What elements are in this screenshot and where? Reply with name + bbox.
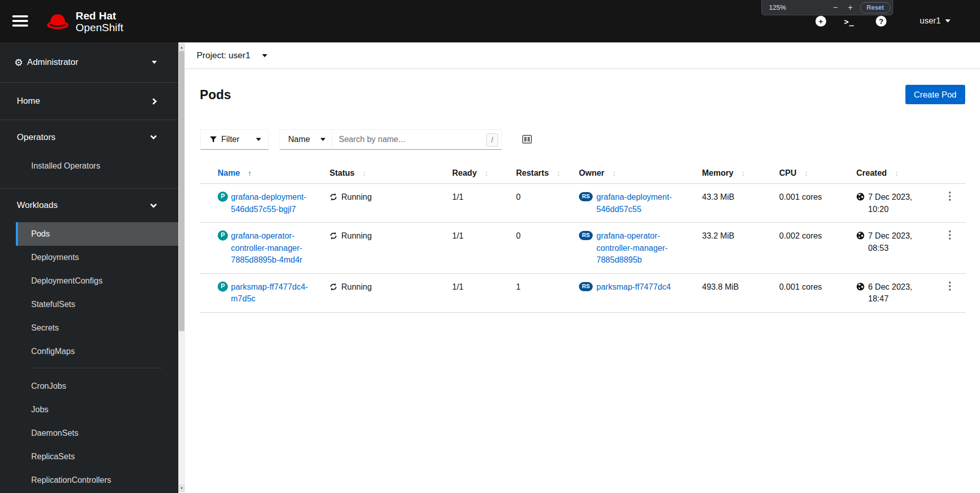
search-input[interactable] [332,130,501,149]
name-cell: P grafana-operator- controller-manager- … [200,223,323,274]
sort-icon[interactable]: ↕ [484,169,488,177]
user-menu[interactable]: user1 [920,16,950,26]
created-cell: 7 Dec 2023, 08:53 [850,223,939,274]
sort-icon[interactable]: ↕ [895,169,899,177]
memory-cell: 33.2 MiB [696,223,773,274]
quick-create-plus-circle-icon[interactable]: + [815,16,826,27]
chevron-right-icon [150,98,157,105]
sort-icon[interactable]: ↕ [362,169,366,177]
owner-link[interactable]: grafana-deployment- 546dd57c55 [596,191,672,215]
pod-link[interactable]: grafana-deployment- 546dd57c55-bgjl7 [231,191,307,215]
actions-cell [939,223,966,274]
column-header-owner[interactable]: Owner ↕ [573,163,696,184]
scrollbar-up-arrow[interactable]: ▲ [178,43,185,51]
pod-link[interactable]: parksmap-ff7477dc4- m7d5c [231,281,308,305]
sidebar-item-secrets[interactable]: Secrets [0,316,178,340]
slash-shortcut-badge: / [486,133,498,147]
sidebar-item-home[interactable]: Home [0,83,178,120]
kebab-menu-icon[interactable] [945,190,954,202]
column-label: Created [856,169,887,177]
pod-badge: P [218,281,228,292]
question-glyph: ? [879,17,883,26]
zoom-out-button[interactable]: − [833,3,837,12]
pod-badge: P [218,192,228,202]
sidebar-item-label: ConfigMaps [31,347,75,356]
sidebar-item-daemonsets[interactable]: DaemonSets [0,421,178,445]
sort-icon[interactable]: ↕ [612,169,616,177]
sidebar-item-label: ReplicaSets [31,452,75,461]
sidebar-item-pods[interactable]: Pods [16,222,178,246]
pod-link[interactable]: grafana-operator- controller-manager- 78… [231,230,302,266]
owner-link[interactable]: grafana-operator- controller-manager- 78… [596,230,668,266]
sidebar-item-label: DaemonSets [31,429,79,438]
sort-icon[interactable]: ↕ [741,169,745,177]
search-attribute-dropdown[interactable]: Name [279,129,332,150]
username: user1 [920,16,941,26]
create-pod-button[interactable]: Create Pod [905,85,965,104]
nav-toggle-hamburger-icon[interactable] [12,15,28,27]
pod-badge: P [218,230,228,241]
sidebar-scrollbar[interactable]: ▲ ▼ [178,42,185,493]
kebab-menu-icon[interactable] [945,229,954,241]
project-bar: Project: user1 [185,42,980,69]
perspective-switcher[interactable]: ⚙ Administrator [0,42,178,82]
project-selector[interactable]: Project: user1 [197,51,267,61]
ready-cell: 1/1 [446,273,510,312]
sidebar-item-replicasets[interactable]: ReplicaSets [0,445,178,468]
sort-icon[interactable]: ↕ [556,169,561,177]
column-header-restarts[interactable]: Restarts ↕ [510,163,573,184]
sidebar-item-statefulsets[interactable]: StatefulSets [0,293,178,316]
sidebar-item-label: Operators [17,132,151,143]
sidebar-item-label: Home [17,96,151,106]
column-header-name[interactable]: Name ↑ [200,163,323,184]
column-label: Ready [452,169,477,177]
sidebar-item-workloads[interactable]: Workloads [0,189,178,222]
filter-dropdown[interactable]: Filter [200,129,269,150]
column-header-ready[interactable]: Ready ↕ [446,163,510,184]
sidebar-item-label: Jobs [31,405,49,414]
kebab-menu-icon[interactable] [945,280,954,292]
scrollbar-down-arrow[interactable]: ▼ [178,484,185,492]
zoom-in-button[interactable]: + [848,3,853,12]
filter-funnel-icon [210,136,217,143]
owner-link[interactable]: parksmap-ff7477dc4 [596,281,671,293]
filter-toolbar: Filter Name / [200,129,980,150]
zoom-reset-button[interactable]: Reset [860,2,891,13]
sidebar-item-jobs[interactable]: Jobs [0,398,178,421]
ready-cell: 1/1 [446,184,510,223]
column-header-memory[interactable]: Memory ↕ [696,163,773,184]
memory-cell: 43.3 MiB [696,184,773,223]
cpu-cell: 0.001 cores [773,273,850,312]
sidebar-item-operators[interactable]: Operators [0,120,178,154]
status-text: Running [341,191,372,203]
chevron-down-icon [320,138,325,141]
globe-timestamp-icon [856,193,865,201]
manage-columns-button[interactable] [522,135,532,145]
column-header-status[interactable]: Status ↕ [323,163,446,184]
ready-cell: 1/1 [446,223,510,274]
column-label: Name [218,169,240,177]
sidebar-item-configmaps[interactable]: ConfigMaps [0,340,178,363]
status-cell: Running [323,184,446,223]
web-terminal-icon[interactable]: >_ [844,17,854,27]
help-question-circle-icon[interactable]: ? [876,16,886,27]
chevron-down-icon [152,61,157,64]
browser-zoom-popup: 125% − + Reset [761,0,893,15]
column-header-cpu[interactable]: CPU ↕ [773,163,850,184]
sidebar-item-deployments[interactable]: Deployments [0,246,178,269]
cpu-cell: 0.001 cores [773,184,850,223]
sidebar-item-installed-operators[interactable]: Installed Operators [0,154,178,178]
globe-timestamp-icon [856,231,865,240]
sidebar-item-deploymentconfigs[interactable]: DeploymentConfigs [0,269,178,293]
columns-icon [522,135,532,144]
red-hat-fedora-icon [46,12,69,31]
restarts-cell: 0 [510,223,573,274]
column-header-created[interactable]: Created ↕ [850,163,939,184]
app-shell: ⚙ Administrator Home Operators Installed… [0,42,980,493]
zoom-level: 125% [769,4,786,11]
sort-ascending-icon[interactable]: ↑ [248,169,252,177]
sidebar-item-replicationcontrollers[interactable]: ReplicationControllers [0,468,178,492]
scrollbar-thumb[interactable] [179,51,184,331]
sort-icon[interactable]: ↕ [804,169,808,177]
sidebar-item-cronjobs[interactable]: CronJobs [0,374,178,398]
